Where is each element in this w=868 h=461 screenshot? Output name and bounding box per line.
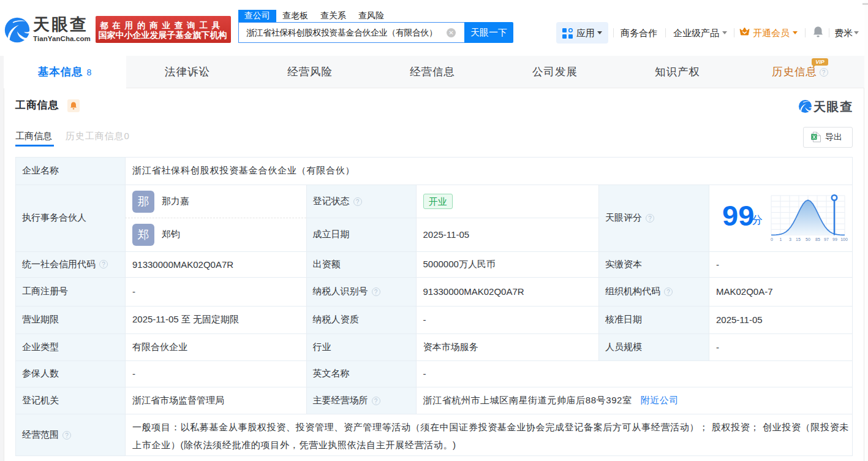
svg-text:1: 1 — [780, 237, 782, 242]
svg-text:100: 100 — [840, 237, 848, 242]
svg-text:50: 50 — [806, 237, 810, 242]
svg-text:99: 99 — [832, 237, 837, 242]
svg-text:15: 15 — [796, 237, 801, 242]
svg-text:3: 3 — [789, 237, 791, 242]
svg-text:0: 0 — [771, 237, 773, 242]
svg-text:85: 85 — [815, 237, 820, 242]
svg-text:97: 97 — [824, 237, 829, 242]
